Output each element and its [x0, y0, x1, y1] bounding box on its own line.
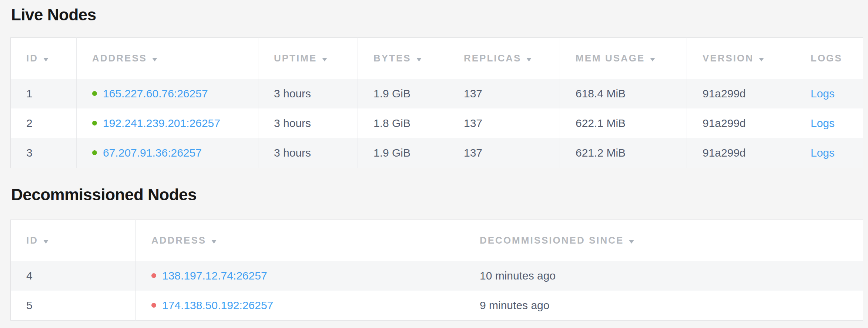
node-address-link[interactable]: 192.241.239.201:26257 — [103, 117, 220, 129]
column-header-label: UPTIME — [274, 53, 317, 64]
node-address-cell: 67.207.91.36:26257 — [77, 138, 258, 168]
column-header-label: LOGS — [811, 53, 842, 64]
column-header-label: MEM USAGE — [576, 53, 645, 64]
sort-arrow-icon — [152, 58, 157, 61]
sort-arrow-icon — [650, 58, 655, 61]
decommissioned-nodes-table: ID ADDRESS DECOMMISSIONED SINCE 4 138.19… — [10, 220, 863, 321]
node-address-link[interactable]: 165.227.60.76:26257 — [103, 87, 208, 100]
live-status-dot-icon — [92, 121, 97, 125]
table-row: 1 165.227.60.76:26257 3 hours 1.9 GiB 13… — [11, 79, 863, 108]
column-header-bytes[interactable]: BYTES — [358, 37, 448, 79]
node-id-cell: 5 — [11, 291, 136, 321]
node-bytes-cell: 1.9 GiB — [358, 138, 448, 168]
node-mem-usage-cell: 622.1 MiB — [560, 108, 687, 138]
table-header-row: ID ADDRESS DECOMMISSIONED SINCE — [11, 220, 863, 261]
sort-arrow-icon — [43, 240, 48, 244]
column-header-id[interactable]: ID — [11, 220, 136, 261]
node-logs-link[interactable]: Logs — [811, 117, 835, 129]
nodes-overview-page: Live Nodes ID ADDRESS UPTIME BYTES REPLI… — [10, 5, 863, 321]
column-header-label: ID — [26, 235, 38, 246]
node-version-cell: 91a299d — [687, 138, 795, 168]
node-uptime-cell: 3 hours — [258, 79, 358, 108]
sort-arrow-icon — [526, 58, 532, 61]
table-row: 4 138.197.12.74:26257 10 minutes ago — [11, 261, 863, 291]
node-mem-usage-cell: 621.2 MiB — [560, 138, 687, 168]
column-header-id[interactable]: ID — [11, 37, 77, 79]
node-logs-link[interactable]: Logs — [811, 87, 835, 100]
table-row: 2 192.241.239.201:26257 3 hours 1.8 GiB … — [11, 108, 863, 138]
live-nodes-title: Live Nodes — [11, 5, 863, 25]
node-address-link[interactable]: 174.138.50.192:26257 — [162, 299, 273, 311]
node-id-cell: 2 — [11, 108, 77, 138]
sort-arrow-icon — [43, 58, 48, 61]
sort-arrow-icon — [211, 240, 217, 244]
decommissioned-nodes-title: Decommissioned Nodes — [11, 185, 863, 205]
node-bytes-cell: 1.9 GiB — [358, 79, 448, 108]
table-row: 3 67.207.91.36:26257 3 hours 1.9 GiB 137… — [11, 138, 863, 168]
node-replicas-cell: 137 — [448, 138, 560, 168]
sort-arrow-icon — [629, 240, 634, 244]
node-address-link[interactable]: 138.197.12.74:26257 — [162, 270, 267, 282]
node-address-cell: 192.241.239.201:26257 — [77, 108, 258, 138]
column-header-decommissioned-since[interactable]: DECOMMISSIONED SINCE — [464, 220, 863, 261]
live-nodes-section: Live Nodes ID ADDRESS UPTIME BYTES REPLI… — [10, 5, 863, 168]
node-logs-cell: Logs — [795, 108, 863, 138]
column-header-label: DECOMMISSIONED SINCE — [480, 235, 624, 246]
column-header-replicas[interactable]: REPLICAS — [448, 37, 560, 79]
node-version-cell: 91a299d — [687, 79, 795, 108]
live-status-dot-icon — [92, 91, 97, 96]
decommissioned-status-dot-icon — [151, 273, 156, 278]
node-logs-link[interactable]: Logs — [811, 147, 835, 159]
node-version-cell: 91a299d — [687, 108, 795, 138]
node-logs-cell: Logs — [795, 138, 863, 168]
node-address-cell: 174.138.50.192:26257 — [136, 291, 464, 321]
node-id-cell: 1 — [11, 79, 77, 108]
table-header-row: ID ADDRESS UPTIME BYTES REPLICAS MEM USA… — [11, 37, 863, 79]
node-mem-usage-cell: 618.4 MiB — [560, 79, 687, 108]
table-row: 5 174.138.50.192:26257 9 minutes ago — [11, 291, 863, 321]
sort-arrow-icon — [759, 58, 764, 61]
column-header-label: ID — [26, 53, 38, 64]
sort-arrow-icon — [322, 58, 327, 61]
node-address-link[interactable]: 67.207.91.36:26257 — [103, 147, 202, 159]
node-uptime-cell: 3 hours — [258, 108, 358, 138]
column-header-uptime[interactable]: UPTIME — [258, 37, 358, 79]
live-status-dot-icon — [92, 150, 97, 155]
node-decommissioned-since-cell: 10 minutes ago — [464, 261, 863, 291]
column-header-address[interactable]: ADDRESS — [77, 37, 258, 79]
column-header-label: VERSION — [703, 53, 754, 64]
node-replicas-cell: 137 — [448, 108, 560, 138]
column-header-version[interactable]: VERSION — [687, 37, 795, 79]
column-header-label: REPLICAS — [464, 53, 521, 64]
column-header-label: ADDRESS — [151, 235, 206, 246]
node-logs-cell: Logs — [795, 79, 863, 108]
decommissioned-nodes-section: Decommissioned Nodes ID ADDRESS DECOMMIS… — [10, 185, 863, 321]
node-address-cell: 165.227.60.76:26257 — [77, 79, 258, 108]
live-nodes-table: ID ADDRESS UPTIME BYTES REPLICAS MEM USA… — [10, 37, 863, 168]
column-header-address[interactable]: ADDRESS — [136, 220, 464, 261]
sort-arrow-icon — [416, 58, 422, 61]
node-uptime-cell: 3 hours — [258, 138, 358, 168]
node-id-cell: 3 — [11, 138, 77, 168]
column-header-logs: LOGS — [795, 37, 863, 79]
column-header-mem-usage[interactable]: MEM USAGE — [560, 37, 687, 79]
node-address-cell: 138.197.12.74:26257 — [136, 261, 464, 291]
decommissioned-status-dot-icon — [151, 303, 156, 308]
column-header-label: ADDRESS — [92, 53, 147, 64]
node-replicas-cell: 137 — [448, 79, 560, 108]
node-bytes-cell: 1.8 GiB — [358, 108, 448, 138]
node-id-cell: 4 — [11, 261, 136, 291]
node-decommissioned-since-cell: 9 minutes ago — [464, 291, 863, 321]
column-header-label: BYTES — [373, 53, 411, 64]
